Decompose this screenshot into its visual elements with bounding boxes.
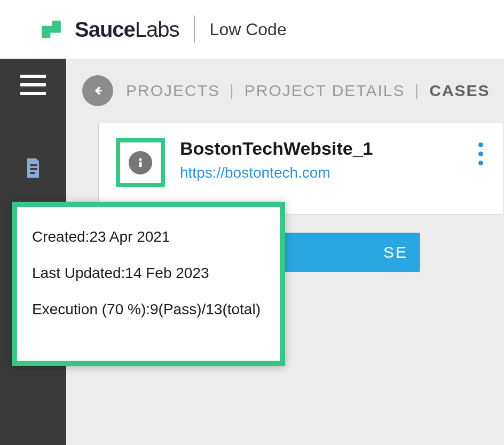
- app-header: SauceLabs Low Code: [0, 0, 504, 59]
- tooltip-updated-label: Last Updated:: [32, 265, 125, 281]
- crumb-project-details[interactable]: PROJECT DETAILS: [245, 82, 405, 100]
- svg-rect-5: [139, 162, 142, 167]
- project-title: BostonTechWebsite_1: [180, 138, 463, 159]
- svg-rect-0: [30, 164, 37, 166]
- info-button[interactable]: [116, 138, 165, 187]
- document-icon[interactable]: [21, 156, 45, 180]
- divider: [194, 15, 195, 43]
- svg-point-4: [139, 158, 142, 161]
- back-button[interactable]: [82, 75, 113, 106]
- saucelabs-logo-icon: [37, 15, 65, 43]
- hamburger-menu-icon[interactable]: [20, 75, 46, 95]
- button-label-fragment: SE: [271, 243, 408, 261]
- project-url-link[interactable]: https://bostontech.com: [180, 164, 463, 181]
- breadcrumb: PROJECTS | PROJECT DETAILS | CASES: [66, 59, 504, 123]
- info-icon: [129, 151, 152, 174]
- logo: SauceLabs Low Code: [37, 15, 287, 43]
- product-name: Low Code: [210, 20, 287, 39]
- crumb-cases[interactable]: CASES: [429, 82, 490, 100]
- svg-rect-2: [30, 172, 35, 174]
- arrow-left-icon: [89, 82, 106, 99]
- info-tooltip: Created:23 Apr 2021 Last Updated:14 Feb …: [12, 202, 285, 366]
- svg-rect-3: [96, 90, 102, 92]
- crumb-separator: |: [230, 82, 235, 100]
- crumb-projects[interactable]: PROJECTS: [126, 82, 220, 100]
- tooltip-exec-label: Execution (70 %):: [32, 301, 150, 317]
- tooltip-exec-value: 9(Pass)/13(total): [150, 301, 261, 317]
- tooltip-created-value: 23 Apr 2021: [89, 228, 170, 245]
- kebab-menu-icon[interactable]: [478, 142, 483, 165]
- crumb-separator: |: [414, 82, 420, 100]
- tooltip-created-label: Created:: [32, 228, 89, 245]
- project-card: BostonTechWebsite_1 https://bostontech.c…: [98, 123, 504, 214]
- tooltip-updated-value: 14 Feb 2023: [125, 265, 209, 281]
- svg-rect-1: [30, 168, 37, 170]
- brand-text: SauceLabs: [75, 18, 179, 42]
